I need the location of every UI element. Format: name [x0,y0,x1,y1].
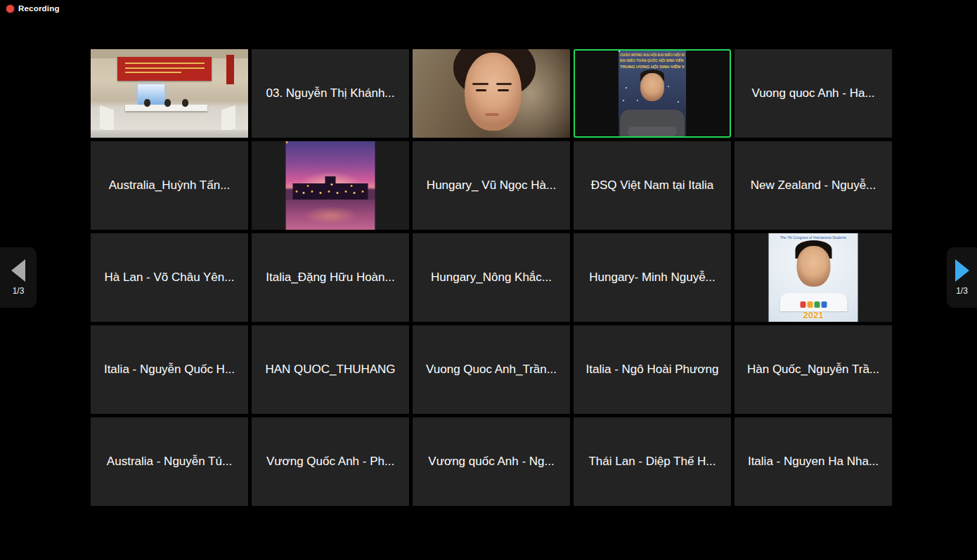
participant-name: HAN QUOC_THUHANG [258,363,402,377]
participant-name: Italia - Nguyen Ha Nha... [741,455,886,469]
participant-name: Hungary_Nông Khắc... [424,271,559,285]
participant-tile[interactable]: ĐSQ Việt Nam tại Italia [574,141,731,230]
participant-tile[interactable]: Hàn Quốc_Nguyễn Trầ... [735,325,892,414]
participant-tile[interactable]: Hungary- Minh Nguyễ... [574,233,731,322]
participant-name: Hungary- Minh Nguyễ... [582,271,723,285]
participant-name: Vương quốc Anh - Ng... [421,455,561,469]
participant-name: Vuong quoc Anh - Ha... [744,86,881,100]
participant-name: Australia_Huỳnh Tấn... [102,178,238,193]
participant-name: Hungary_ Vũ Ngọc Hà... [420,178,563,193]
avatar-arc-text: The 7th Congress of Vietnamese Students [769,235,858,240]
participant-tile[interactable]: The 7th Congress of Vietnamese Students … [735,233,892,322]
previous-page-button[interactable]: 1/3 [0,247,37,308]
man-webcam-video: CHÀO MỪNG ĐẠI HỘI ĐẠI BIỂU HỘI SINH VIÊN… [575,51,730,136]
participant-grid: 03. Nguyễn Thị Khánh... CHÀO MỪNG ĐẠI HỘ… [91,49,892,506]
participant-tile[interactable]: Vuong quoc Anh - Ha... [735,49,892,138]
participant-tile[interactable]: Italia - Ngô Hoài Phương [574,325,731,414]
participant-tile[interactable] [252,141,409,230]
participant-tile[interactable] [91,49,248,138]
participant-tile[interactable]: New Zealand - Nguyễ... [735,141,892,230]
participant-name: Italia_Đặng Hữu Hoàn... [259,271,401,285]
participant-name: Italia - Ngô Hoài Phương [579,363,726,377]
temple-photo-video [252,141,409,230]
participant-name: Thái Lan - Diệp Thế H... [581,455,723,469]
woman-webcam-video [413,49,570,138]
participant-name: Italia - Nguyễn Quốc H... [97,363,242,377]
participant-name: ĐSQ Việt Nam tại Italia [584,178,720,193]
participant-name: 03. Nguyễn Thị Khánh... [259,86,401,100]
participant-tile[interactable]: Hungary_Nông Khắc... [413,233,570,322]
page-indicator-right: 1/3 [956,286,968,296]
participant-tile[interactable]: Vuong Quoc Anh_Trần... [413,325,570,414]
participant-tile[interactable]: CHÀO MỪNG ĐẠI HỘI ĐẠI BIỂU HỘI SINH VIÊN… [574,49,731,138]
participant-tile[interactable]: Vương Quốc Anh - Ph... [252,417,409,506]
page-indicator-left: 1/3 [13,286,25,296]
participant-tile[interactable]: Australia_Huỳnh Tấn... [91,141,248,230]
participant-tile[interactable]: 03. Nguyễn Thị Khánh... [252,49,409,138]
participant-tile[interactable]: Italia - Nguyen Ha Nha... [735,417,892,506]
participant-tile[interactable]: Vương quốc Anh - Ng... [413,417,570,506]
meeting-room-video [91,49,248,138]
participant-name: Hàn Quốc_Nguyễn Trầ... [740,363,886,377]
participant-tile[interactable]: Australia - Nguyễn Tú... [91,417,248,506]
recording-dot-icon [6,5,14,13]
recording-label: Recording [18,4,60,13]
avatar-year-label: 2021 [769,310,858,320]
participant-name: New Zealand - Nguyễ... [744,178,884,193]
right-arrow-icon [955,259,969,282]
participant-name: Australia - Nguyễn Tú... [100,455,239,469]
left-arrow-icon [11,259,25,282]
participant-tile[interactable]: Hà Lan - Võ Châu Yên... [91,233,248,322]
participant-name: Vuong Quoc Anh_Trần... [419,363,564,377]
participant-tile[interactable]: Hungary_ Vũ Ngọc Hà... [413,141,570,230]
participant-name: Hà Lan - Võ Châu Yên... [98,271,242,285]
participant-tile[interactable] [413,49,570,138]
next-page-button[interactable]: 1/3 [947,247,977,308]
participant-tile[interactable]: HAN QUOC_THUHANG [252,325,409,414]
participant-tile[interactable]: Thái Lan - Diệp Thế H... [574,417,731,506]
recording-indicator: Recording [6,4,60,13]
avatar-card-video: The 7th Congress of Vietnamese Students … [735,233,892,322]
participant-name: Vương Quốc Anh - Ph... [259,455,401,469]
participant-tile[interactable]: Italia_Đặng Hữu Hoàn... [252,233,409,322]
participant-tile[interactable]: Italia - Nguyễn Quốc H... [91,325,248,414]
